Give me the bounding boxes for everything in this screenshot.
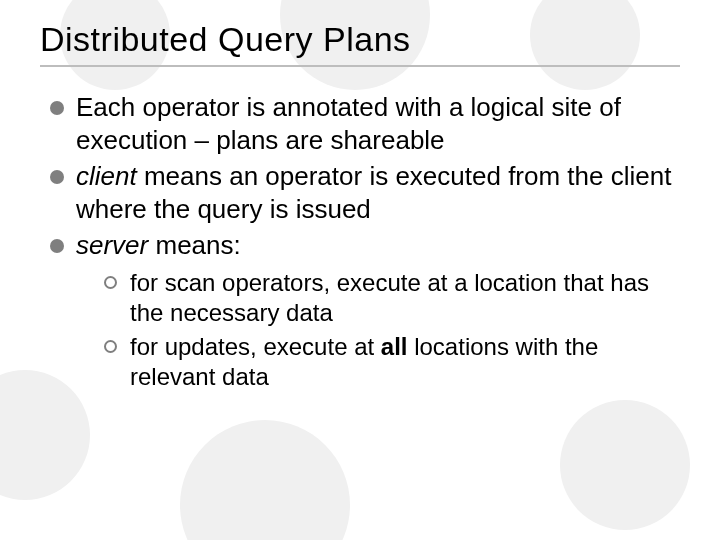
- sub-bullet-text: for updates, execute at: [130, 333, 381, 360]
- sub-bullet-list: for scan operators, execute at a locatio…: [76, 268, 680, 392]
- bullet-item: client means an operator is executed fro…: [50, 160, 680, 225]
- sub-bullet-text: for scan operators, execute at a locatio…: [130, 269, 649, 326]
- sub-bullet-item: for scan operators, execute at a locatio…: [104, 268, 680, 328]
- sub-bullet-item: for updates, execute at all locations wi…: [104, 332, 680, 392]
- bullet-term: client: [76, 161, 137, 191]
- bullet-text: means:: [148, 230, 241, 260]
- bullet-item: Each operator is annotated with a logica…: [50, 91, 680, 156]
- slide-title: Distributed Query Plans: [40, 20, 680, 59]
- bullet-text: Each operator is annotated with a logica…: [76, 92, 621, 155]
- bullet-text: means an operator is executed from the c…: [76, 161, 671, 224]
- bullet-term: server: [76, 230, 148, 260]
- title-divider: [40, 65, 680, 67]
- bullet-item: server means: for scan operators, execut…: [50, 229, 680, 392]
- bullet-list: Each operator is annotated with a logica…: [40, 91, 680, 392]
- sub-bullet-bold: all: [381, 333, 408, 360]
